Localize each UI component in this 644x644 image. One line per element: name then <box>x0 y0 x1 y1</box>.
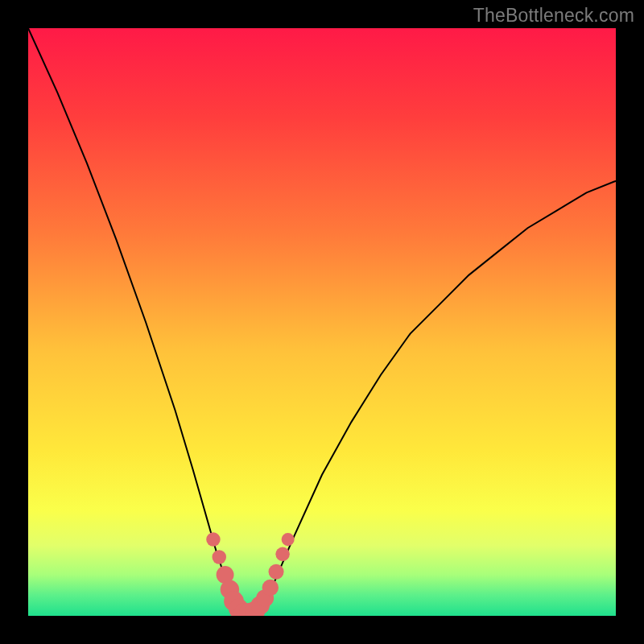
curve-marker <box>269 564 284 580</box>
marker-group <box>206 532 295 616</box>
curve-marker <box>206 532 221 547</box>
curve-marker <box>275 547 290 562</box>
chart-frame: TheBottleneck.com <box>0 0 644 644</box>
curve-layer <box>28 28 616 616</box>
plot-area <box>28 28 616 616</box>
bottleneck-curve <box>28 28 616 616</box>
curve-marker <box>212 550 226 564</box>
watermark-text: TheBottleneck.com <box>473 5 634 27</box>
curve-marker <box>262 580 279 596</box>
curve-marker <box>282 533 295 546</box>
